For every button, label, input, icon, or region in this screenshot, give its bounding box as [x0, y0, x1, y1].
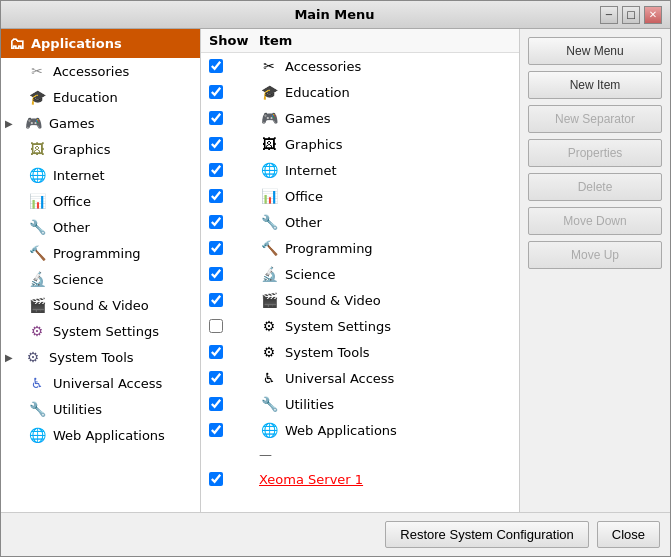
left-item-utilities[interactable]: 🔧 Utilities: [1, 396, 200, 422]
checkbox-graphics[interactable]: [209, 137, 223, 151]
left-label-office: Office: [53, 194, 192, 209]
new-menu-button[interactable]: New Menu: [528, 37, 662, 65]
maximize-button[interactable]: □: [622, 6, 640, 24]
col-show-header: Show: [209, 33, 259, 48]
checkbox-systemsettings[interactable]: [209, 319, 223, 333]
item-systemsettings: ⚙ System Settings: [259, 316, 511, 336]
left-item-graphics[interactable]: 🖼 Graphics: [1, 136, 200, 162]
item-systemtools: ⚙ System Tools: [259, 342, 511, 362]
check-graphics[interactable]: [209, 137, 259, 151]
left-item-universalaccess[interactable]: ♿ Universal Access: [1, 370, 200, 396]
check-webapps[interactable]: [209, 423, 259, 437]
checkbox-accessories[interactable]: [209, 59, 223, 73]
applications-folder-icon: 🗂: [9, 34, 25, 53]
left-panel: 🗂 Applications ✂ Accessories 🎓 Education…: [1, 29, 201, 512]
science-icon: 🔬: [27, 269, 47, 289]
close-button[interactable]: Close: [597, 521, 660, 548]
education-icon: 🎓: [27, 87, 47, 107]
check-xeoma[interactable]: [209, 472, 259, 486]
check-systemtools[interactable]: [209, 345, 259, 359]
check-science[interactable]: [209, 267, 259, 281]
check-education[interactable]: [209, 85, 259, 99]
check-universalaccess[interactable]: [209, 371, 259, 385]
checkbox-xeoma[interactable]: [209, 472, 223, 486]
window-close-button[interactable]: ✕: [644, 6, 662, 24]
check-programming[interactable]: [209, 241, 259, 255]
item-internet: 🌐 Internet: [259, 160, 511, 180]
left-item-office[interactable]: 📊 Office: [1, 188, 200, 214]
left-item-webapps[interactable]: 🌐 Web Applications: [1, 422, 200, 448]
check-internet[interactable]: [209, 163, 259, 177]
row-education: 🎓 Education: [201, 79, 519, 105]
separator-label: —: [259, 447, 272, 462]
checkbox-games[interactable]: [209, 111, 223, 125]
left-item-accessories[interactable]: ✂ Accessories: [1, 58, 200, 84]
checkbox-programming[interactable]: [209, 241, 223, 255]
mid-internet-label: Internet: [285, 163, 337, 178]
check-systemsettings[interactable]: [209, 319, 259, 333]
checkbox-webapps[interactable]: [209, 423, 223, 437]
internet-icon: 🌐: [27, 165, 47, 185]
item-accessories: ✂ Accessories: [259, 56, 511, 76]
check-games[interactable]: [209, 111, 259, 125]
row-webapps: 🌐 Web Applications: [201, 417, 519, 443]
separator-row: —: [201, 443, 519, 466]
left-item-soundvideo[interactable]: 🎬 Sound & Video: [1, 292, 200, 318]
left-item-systemtools[interactable]: ▶ ⚙ System Tools: [1, 344, 200, 370]
left-item-games[interactable]: ▶ 🎮 Games: [1, 110, 200, 136]
check-utilities[interactable]: [209, 397, 259, 411]
check-other[interactable]: [209, 215, 259, 229]
new-separator-button[interactable]: New Separator: [528, 105, 662, 133]
mid-universalaccess-icon: ♿: [259, 368, 279, 388]
checkbox-systemtools[interactable]: [209, 345, 223, 359]
check-accessories[interactable]: [209, 59, 259, 73]
checkbox-utilities[interactable]: [209, 397, 223, 411]
move-up-button[interactable]: Move Up: [528, 241, 662, 269]
checkbox-internet[interactable]: [209, 163, 223, 177]
checkbox-office[interactable]: [209, 189, 223, 203]
checkbox-other[interactable]: [209, 215, 223, 229]
row-other: 🔧 Other: [201, 209, 519, 235]
left-item-systemsettings[interactable]: ⚙ System Settings: [1, 318, 200, 344]
item-xeoma: Xeoma Server 1: [259, 472, 511, 487]
properties-button[interactable]: Properties: [528, 139, 662, 167]
item-graphics: 🖼 Graphics: [259, 134, 511, 154]
move-down-button[interactable]: Move Down: [528, 207, 662, 235]
new-item-button[interactable]: New Item: [528, 71, 662, 99]
left-label-systemtools: System Tools: [49, 350, 192, 365]
systemtools-expand-arrow: ▶: [5, 352, 17, 363]
webapps-icon: 🌐: [27, 425, 47, 445]
checkbox-universalaccess[interactable]: [209, 371, 223, 385]
soundvideo-icon: 🎬: [27, 295, 47, 315]
bottom-bar: Restore System Configuration Close: [1, 512, 670, 556]
restore-config-button[interactable]: Restore System Configuration: [385, 521, 588, 548]
left-item-other[interactable]: 🔧 Other: [1, 214, 200, 240]
mid-utilities-label: Utilities: [285, 397, 334, 412]
systemtools-icon: ⚙: [23, 347, 43, 367]
checkbox-education[interactable]: [209, 85, 223, 99]
other-icon: 🔧: [27, 217, 47, 237]
left-label-internet: Internet: [53, 168, 192, 183]
row-games: 🎮 Games: [201, 105, 519, 131]
mid-other-icon: 🔧: [259, 212, 279, 232]
left-label-science: Science: [53, 272, 192, 287]
minimize-button[interactable]: −: [600, 6, 618, 24]
titlebar-buttons: − □ ✕: [600, 6, 662, 24]
delete-button[interactable]: Delete: [528, 173, 662, 201]
check-soundvideo[interactable]: [209, 293, 259, 307]
check-office[interactable]: [209, 189, 259, 203]
mid-accessories-label: Accessories: [285, 59, 361, 74]
row-soundvideo: 🎬 Sound & Video: [201, 287, 519, 313]
mid-systemtools-icon: ⚙: [259, 342, 279, 362]
left-item-science[interactable]: 🔬 Science: [1, 266, 200, 292]
left-item-internet[interactable]: 🌐 Internet: [1, 162, 200, 188]
middle-panel: Show Item ✂ Accessories 🎓 Education: [201, 29, 520, 512]
row-universalaccess: ♿ Universal Access: [201, 365, 519, 391]
mid-games-icon: 🎮: [259, 108, 279, 128]
left-item-programming[interactable]: 🔨 Programming: [1, 240, 200, 266]
titlebar: Main Menu − □ ✕: [1, 1, 670, 29]
left-panel-header[interactable]: 🗂 Applications: [1, 29, 200, 58]
checkbox-science[interactable]: [209, 267, 223, 281]
left-item-education[interactable]: 🎓 Education: [1, 84, 200, 110]
checkbox-soundvideo[interactable]: [209, 293, 223, 307]
